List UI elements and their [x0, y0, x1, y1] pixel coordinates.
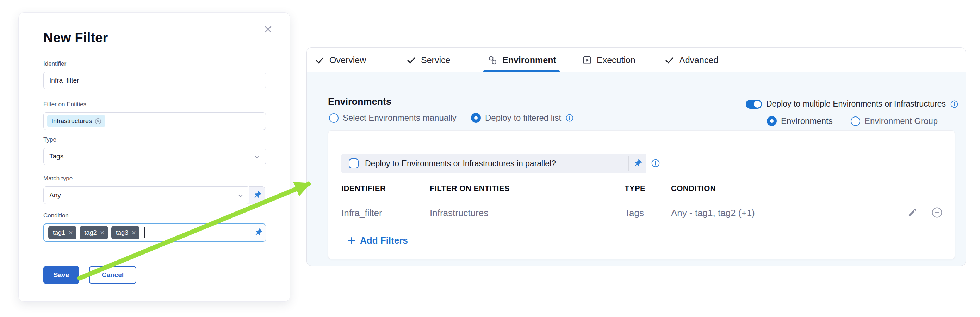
- page: New Filter Identifier Infra_filter Filte…: [0, 0, 980, 317]
- annotation-arrow: [0, 0, 980, 317]
